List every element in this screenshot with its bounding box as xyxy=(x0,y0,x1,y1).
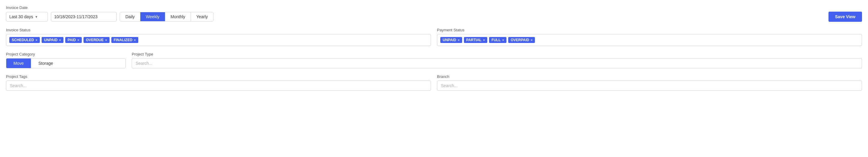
tag-unpaid-invoice-close[interactable]: × xyxy=(59,38,61,42)
payment-status-label: Payment Status xyxy=(437,28,862,32)
project-category-label: Project Category xyxy=(6,52,126,56)
branch-label: Branch xyxy=(437,74,862,79)
invoice-date-label: Invoice Date xyxy=(6,5,862,10)
category-options: Move Storage xyxy=(6,58,126,68)
project-tags-search[interactable] xyxy=(6,81,431,91)
project-type-section: Project Type xyxy=(132,52,862,68)
tag-partial-close[interactable]: × xyxy=(483,38,485,42)
monthly-button[interactable]: Monthly xyxy=(165,12,191,21)
tag-paid-close[interactable]: × xyxy=(77,38,79,42)
category-move[interactable]: Move xyxy=(6,58,31,68)
tag-scheduled-label: SCHEDULED xyxy=(12,38,34,42)
tag-scheduled: SCHEDULED × xyxy=(9,37,40,43)
project-category-section: Project Category Move Storage xyxy=(6,52,126,68)
branch-section: Branch xyxy=(437,74,862,91)
invoice-status-label: Invoice Status xyxy=(6,28,431,32)
tag-full-label: FULL xyxy=(492,38,501,42)
daily-button[interactable]: Daily xyxy=(120,12,141,21)
tag-partial-label: PARTIAL xyxy=(466,38,482,42)
tag-overpaid-close[interactable]: × xyxy=(531,38,532,42)
date-range-input[interactable] xyxy=(51,12,117,22)
tag-overdue-label: OVERDUE xyxy=(86,38,103,42)
tags-branch-row: Project Tags Branch xyxy=(6,74,862,91)
tag-paid-label: PAID xyxy=(68,38,76,42)
yearly-button[interactable]: Yearly xyxy=(191,12,213,21)
tag-overpaid: OVERPAID × xyxy=(508,37,535,43)
tag-finalized-label: FINALIZED xyxy=(114,38,133,42)
tag-paid: PAID × xyxy=(65,37,82,43)
project-type-search[interactable] xyxy=(132,58,862,68)
period-buttons-group: Daily Weekly Monthly Yearly xyxy=(120,12,213,22)
tag-unpaid-payment: UNPAID × xyxy=(440,37,462,43)
tag-full-close[interactable]: × xyxy=(502,38,504,42)
tag-finalized: FINALIZED × xyxy=(111,37,138,43)
tag-overdue-close[interactable]: × xyxy=(105,38,107,42)
category-storage[interactable]: Storage xyxy=(31,58,60,68)
project-row: Project Category Move Storage Project Ty… xyxy=(6,52,862,68)
tag-overpaid-label: OVERPAID xyxy=(510,38,529,42)
payment-status-tags-container: UNPAID × PARTIAL × FULL × OVERPAID × xyxy=(437,34,862,46)
tag-overdue: OVERDUE × xyxy=(84,37,110,43)
chevron-down-icon: ▼ xyxy=(35,15,38,18)
project-tags-section: Project Tags xyxy=(6,74,431,91)
invoice-date-row: Last 30 days ▼ Daily Weekly Monthly Year… xyxy=(6,12,862,22)
status-row: Invoice Status SCHEDULED × UNPAID × PAID… xyxy=(6,28,862,46)
tag-unpaid-invoice: UNPAID × xyxy=(41,37,63,43)
branch-search[interactable] xyxy=(437,81,862,91)
project-tags-label: Project Tags xyxy=(6,74,431,79)
invoice-status-section: Invoice Status SCHEDULED × UNPAID × PAID… xyxy=(6,28,431,46)
save-view-button[interactable]: Save View xyxy=(829,12,862,22)
tag-partial: PARTIAL × xyxy=(464,37,488,43)
payment-status-section: Payment Status UNPAID × PARTIAL × FULL ×… xyxy=(437,28,862,46)
tag-finalized-close[interactable]: × xyxy=(134,38,135,42)
tag-unpaid-invoice-label: UNPAID xyxy=(44,38,58,42)
tag-full: FULL × xyxy=(489,37,506,43)
date-range-dropdown-value: Last 30 days xyxy=(9,14,33,19)
weekly-button[interactable]: Weekly xyxy=(141,12,165,21)
date-range-dropdown[interactable]: Last 30 days ▼ xyxy=(6,12,48,22)
tag-unpaid-payment-label: UNPAID xyxy=(443,38,456,42)
invoice-status-tags-container: SCHEDULED × UNPAID × PAID × OVERDUE × FI… xyxy=(6,34,431,46)
tag-unpaid-payment-close[interactable]: × xyxy=(458,38,460,42)
tag-scheduled-close[interactable]: × xyxy=(36,38,37,42)
project-type-label: Project Type xyxy=(132,52,862,56)
